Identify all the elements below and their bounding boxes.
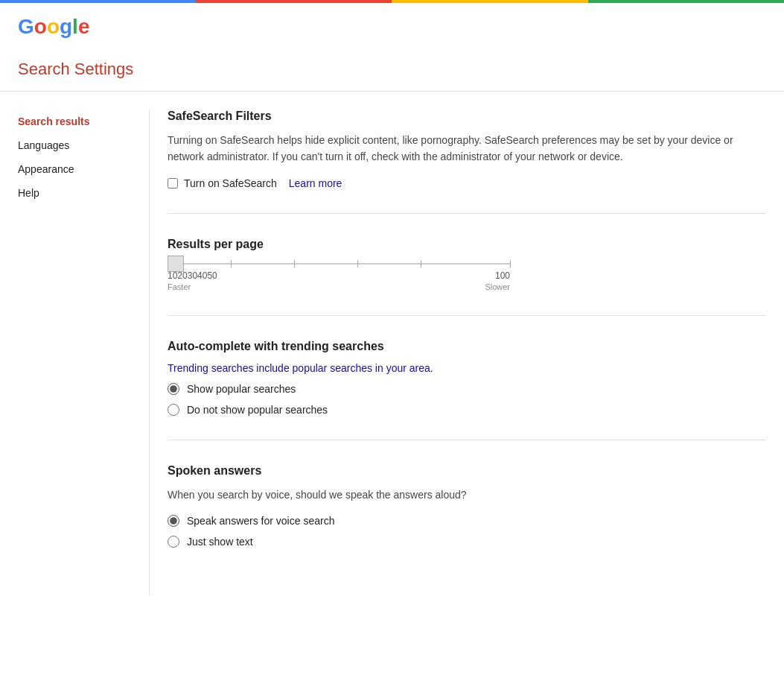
- main-container: Search results Languages Appearance Help…: [0, 92, 784, 595]
- slider-track: [168, 263, 510, 265]
- safesearch-title: SafeSearch Filters: [168, 110, 766, 123]
- show-popular-searches-text: Show popular searches: [187, 383, 296, 395]
- sidebar-item-search-results[interactable]: Search results: [18, 110, 131, 133]
- slider-ticks: 10 20 30 40 50 100: [168, 270, 510, 281]
- safesearch-checkbox-text: Turn on SafeSearch: [184, 177, 277, 189]
- sidebar-item-help[interactable]: Help: [18, 181, 131, 205]
- safesearch-checkbox-label[interactable]: Turn on SafeSearch: [168, 177, 277, 189]
- content-area: SafeSearch Filters Turning on SafeSearch…: [149, 110, 784, 595]
- speak-answers-radio[interactable]: [168, 515, 179, 527]
- tick-label-50: 50: [207, 270, 217, 281]
- tick-label-30: 30: [188, 270, 197, 281]
- tick-20: [231, 260, 232, 267]
- tick-label-40: 40: [197, 270, 207, 281]
- logo-letter-o1: o: [34, 15, 47, 39]
- autocomplete-description: Trending searches include popular search…: [168, 362, 766, 374]
- sidebar-item-appearance[interactable]: Appearance: [18, 157, 131, 181]
- results-per-page-title: Results per page: [168, 238, 766, 251]
- safesearch-checkbox[interactable]: [168, 178, 178, 189]
- tick-10: [168, 260, 168, 267]
- just-show-text-label[interactable]: Just show text: [168, 536, 766, 548]
- do-not-show-popular-searches-label[interactable]: Do not show popular searches: [168, 404, 766, 416]
- safesearch-description: Turning on SafeSearch helps hide explici…: [168, 132, 748, 165]
- autocomplete-radio-group: Show popular searches Do not show popula…: [168, 383, 766, 416]
- just-show-text-text: Just show text: [187, 536, 253, 548]
- tick-label-10: 10: [168, 270, 177, 281]
- page-title: Search Settings: [18, 48, 766, 91]
- google-logo[interactable]: Google: [18, 15, 766, 39]
- slider-container: 10 20 30 40 50 100 Faster Slower: [168, 263, 766, 291]
- tick-30: [294, 260, 295, 267]
- safesearch-section: SafeSearch Filters Turning on SafeSearch…: [168, 110, 766, 214]
- slider-faster-label: Faster: [168, 282, 191, 291]
- header: Google Search Settings: [0, 3, 784, 92]
- show-popular-searches-label[interactable]: Show popular searches: [168, 383, 766, 395]
- do-not-show-popular-searches-text: Do not show popular searches: [187, 404, 328, 416]
- speak-answers-text: Speak answers for voice search: [187, 515, 334, 527]
- tick-label-20: 20: [177, 270, 187, 281]
- logo-letter-g: G: [18, 15, 34, 39]
- safesearch-learn-more-link[interactable]: Learn more: [289, 177, 342, 189]
- show-popular-searches-radio[interactable]: [168, 383, 179, 395]
- spoken-answers-radio-group: Speak answers for voice search Just show…: [168, 515, 766, 548]
- logo-letter-l: l: [72, 15, 78, 39]
- slider-slower-label: Slower: [485, 282, 510, 291]
- autocomplete-title: Auto-complete with trending searches: [168, 340, 766, 353]
- autocomplete-section: Auto-complete with trending searches Tre…: [168, 340, 766, 440]
- tick-100: [510, 260, 511, 267]
- slider-thumb[interactable]: [168, 256, 184, 272]
- sidebar-item-languages[interactable]: Languages: [18, 133, 131, 157]
- safesearch-row: Turn on SafeSearch Learn more: [168, 177, 766, 189]
- logo-letter-e: e: [78, 15, 90, 39]
- spoken-answers-title: Spoken answers: [168, 464, 766, 478]
- tick-40: [357, 260, 358, 267]
- logo-letter-g2: g: [60, 15, 72, 39]
- spoken-answers-section: Spoken answers When you search by voice,…: [168, 464, 766, 571]
- spoken-answers-description: When you search by voice, should we spea…: [168, 487, 748, 503]
- results-per-page-section: Results per page 10 20 30 40: [168, 238, 766, 316]
- tick-50: [421, 260, 421, 267]
- sidebar: Search results Languages Appearance Help: [0, 110, 149, 595]
- speak-answers-label[interactable]: Speak answers for voice search: [168, 515, 766, 527]
- do-not-show-popular-searches-radio[interactable]: [168, 404, 179, 416]
- just-show-text-radio[interactable]: [168, 536, 179, 548]
- slider-speed-labels: Faster Slower: [168, 282, 510, 291]
- logo-letter-o2: o: [47, 15, 60, 39]
- tick-label-100: 100: [495, 270, 510, 281]
